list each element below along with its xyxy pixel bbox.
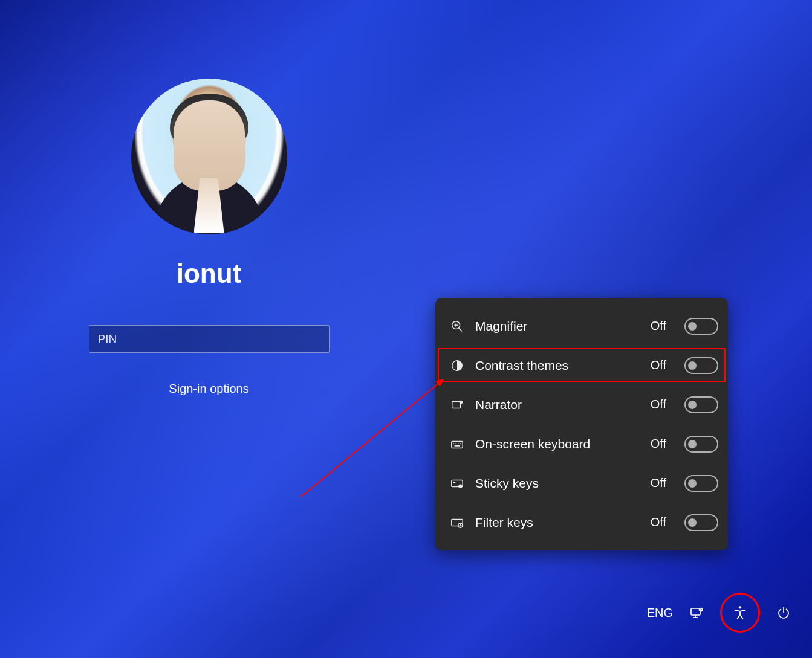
signin-options-link[interactable]: Sign-in options <box>169 382 248 396</box>
svg-line-19 <box>461 525 462 526</box>
pin-input[interactable] <box>89 325 330 353</box>
accessibility-row-osk: On-screen keyboard Off <box>435 424 728 463</box>
accessibility-state: Off <box>651 398 666 411</box>
accessibility-state: Off <box>651 358 666 372</box>
user-avatar <box>131 79 287 234</box>
magnifier-icon <box>450 319 464 334</box>
username-label: ionut <box>177 259 242 289</box>
svg-rect-5 <box>452 401 461 408</box>
svg-point-26 <box>739 606 741 608</box>
contrast-toggle[interactable] <box>684 357 718 374</box>
svg-rect-7 <box>452 441 463 448</box>
network-icon[interactable] <box>689 605 704 621</box>
accessibility-label: Contrast themes <box>475 358 640 373</box>
accessibility-row-sticky: Sticky keys Off <box>435 463 728 503</box>
filter-toggle[interactable] <box>684 514 718 531</box>
narrator-toggle[interactable] <box>684 396 718 413</box>
accessibility-label: Narrator <box>475 398 640 412</box>
accessibility-button[interactable] <box>720 593 760 633</box>
language-selector[interactable]: ENG <box>647 606 673 620</box>
accessibility-label: On-screen keyboard <box>475 437 640 451</box>
filter-keys-icon <box>450 515 464 530</box>
svg-point-25 <box>700 608 703 611</box>
accessibility-label: Filter keys <box>475 515 640 530</box>
narrator-icon <box>450 398 464 412</box>
svg-rect-14 <box>453 482 456 483</box>
sticky-toggle[interactable] <box>684 475 718 492</box>
contrast-icon <box>450 358 464 373</box>
sticky-keys-icon <box>450 476 464 491</box>
accessibility-state: Off <box>651 515 666 529</box>
accessibility-label: Magnifier <box>475 319 640 334</box>
accessibility-row-narrator: Narrator Off <box>435 385 728 424</box>
svg-point-15 <box>458 484 462 488</box>
accessibility-state: Off <box>651 319 666 333</box>
magnifier-toggle[interactable] <box>684 318 718 335</box>
accessibility-state: Off <box>651 476 666 490</box>
svg-point-6 <box>460 400 463 404</box>
keyboard-icon <box>450 437 464 451</box>
bottom-bar: ENG <box>647 593 791 633</box>
accessibility-label: Sticky keys <box>475 476 640 491</box>
accessibility-row-filter: Filter keys Off <box>435 503 728 542</box>
svg-rect-16 <box>452 519 463 526</box>
accessibility-row-magnifier: Magnifier Off <box>435 306 728 346</box>
login-area: ionut Sign-in options <box>88 79 330 396</box>
accessibility-row-contrast: Contrast themes Off <box>435 346 728 385</box>
power-icon[interactable] <box>776 605 791 621</box>
osk-toggle[interactable] <box>684 436 718 453</box>
accessibility-panel: Magnifier Off Contrast themes Off Narrat… <box>435 298 728 550</box>
svg-line-1 <box>459 327 463 331</box>
accessibility-state: Off <box>651 437 666 451</box>
